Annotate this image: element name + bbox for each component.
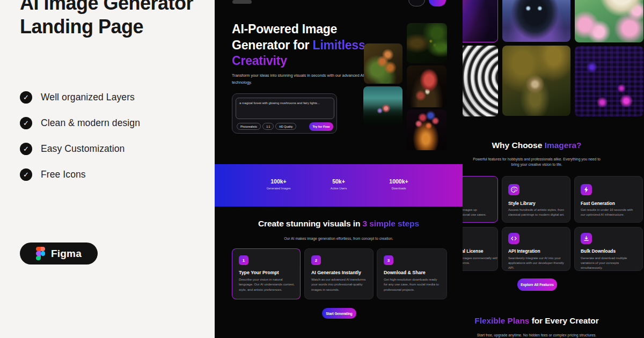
pricing-heading-suffix: for Every Creator <box>529 316 598 325</box>
hero-heading-highlight: Limitless <box>313 38 365 52</box>
steps-heading-highlight: 3 simple steps <box>363 219 419 228</box>
pricing-subheading: Start free, upgrade anytime. No hidden f… <box>463 333 611 337</box>
feature-label: Free Icons <box>41 169 86 180</box>
why-heading-highlight: Imagera? <box>545 141 582 150</box>
steps-subheading: Our AI makes image generation effortless… <box>215 237 463 240</box>
feature-card-title: Commercial License <box>463 248 483 254</box>
gallery-image-cyberpunk <box>463 0 498 42</box>
step-card: 2 AI Generates Instantly Watch as our ad… <box>304 248 374 299</box>
feature-label: Easy Customization <box>41 143 125 155</box>
stat-label: Generated Images <box>252 187 305 190</box>
steps-heading: Create stunning visuals in 3 simple step… <box>215 219 463 229</box>
step-description: Get high-resolution downloads ready for … <box>384 277 441 292</box>
gallery-image-twilight-meadow <box>363 86 402 126</box>
explore-all-features-button[interactable]: Explore All Features <box>517 278 557 291</box>
code-icon <box>508 233 519 244</box>
gallery-image-mushroom-log <box>364 43 402 84</box>
feature-card-fast-generation: Fast Generation Get results in under 10 … <box>574 176 643 223</box>
steps-heading-prefix: Create stunning visuals in <box>258 219 363 228</box>
feature-item: ✓ Easy Customization <box>20 142 125 155</box>
stat-label: Active Users <box>312 187 365 190</box>
check-icon: ✓ <box>20 143 32 155</box>
landing-hero-screen: AI-Powered Image Generator for Limitless… <box>215 0 463 338</box>
feature-card-description: High-resolution images up to 4K for prof… <box>463 208 498 217</box>
tag-aspect-ratio[interactable]: 1:1 <box>262 123 274 130</box>
hero-heading-highlight: Creativity <box>232 54 287 68</box>
feature-card-title: Fast Generation <box>581 201 615 206</box>
feature-card-description: Get results in under 10 seconds with our… <box>581 208 638 217</box>
step-title: AI Generates Instantly <box>311 270 361 275</box>
feature-card-title: API Integration <box>508 248 540 254</box>
tag-hd-quality[interactable]: HD Quality <box>275 123 296 130</box>
site-logo[interactable] <box>232 0 252 4</box>
step-number-badge: 3 <box>384 255 393 265</box>
start-generating-button[interactable]: Start Generating <box>322 308 356 319</box>
feature-card-description: Seamlessly integrate our AI into your ap… <box>508 256 566 271</box>
feature-item: ✓ Free Icons <box>20 168 86 181</box>
feature-label: Well organized Layers <box>41 92 135 103</box>
gallery-image-neon-city <box>575 46 643 116</box>
step-description: Watch as our advanced AI transforms your… <box>311 277 368 292</box>
template-preview-canvas: AI Image Generator Landing Page ✓ Well o… <box>0 0 644 338</box>
landing-features-screen: Why Choose Imagera? Powerful features fo… <box>463 0 644 338</box>
feature-item: ✓ Well organized Layers <box>20 91 135 104</box>
step-number-badge: 2 <box>311 255 321 265</box>
gallery-image-red-mushroom <box>407 65 447 107</box>
feature-card-high-resolution: High-resolution images up to 4K for prof… <box>463 176 498 223</box>
step-description: Describe your vision in natural language… <box>239 277 295 292</box>
step-number-badge: 1 <box>239 255 248 265</box>
feature-card-style-library: Style Library Access hundreds of artisti… <box>502 176 570 223</box>
step-card: 3 Download & Share Get high-resolution d… <box>377 248 447 299</box>
gallery-image-anime-cat <box>575 0 643 42</box>
tag-photorealistic[interactable]: Photorealistic <box>237 123 261 130</box>
stat-value: 50k+ <box>312 178 365 185</box>
try-for-free-button[interactable]: Try for Free <box>309 122 333 131</box>
gallery-image-bw-pattern <box>463 46 498 116</box>
feature-card-title: Style Library <box>508 201 536 206</box>
stats-bar: 100k+ Generated Images 50k+ Active Users… <box>215 164 463 207</box>
feature-card-description: Generate and download multiple variation… <box>581 256 638 271</box>
hero-description: Transform your ideas into stunning visua… <box>232 72 366 86</box>
nav-secondary-button[interactable] <box>408 0 425 6</box>
figma-label: Figma <box>51 248 82 260</box>
prompt-tag-row: Photorealistic 1:1 HD Quality <box>237 123 296 130</box>
why-choose-subheading: Powerful features for hobbyists and prof… <box>472 157 601 167</box>
gallery-image-dark-foliage <box>407 23 447 63</box>
step-card: 1 Type Your Prompt Describe your vision … <box>232 248 301 299</box>
step-title: Download & Share <box>384 270 426 275</box>
why-heading-prefix: Why Choose <box>492 141 544 150</box>
palette-icon <box>508 184 519 195</box>
figma-logo-icon <box>36 247 45 260</box>
feature-card-api-integration: API Integration Seamlessly integrate our… <box>502 227 570 271</box>
feature-card-commercial-license: Commercial License Use generated images … <box>463 227 498 271</box>
feature-card-title: Bulk Downloads <box>581 248 616 254</box>
pricing-heading: Flexible Plans for Every Creator <box>463 316 611 326</box>
check-icon: ✓ <box>20 117 32 129</box>
stat-active-users: 50k+ Active Users <box>312 178 365 190</box>
stat-downloads: 1000k+ Downloads <box>372 178 426 190</box>
info-panel: AI Image Generator Landing Page ✓ Well o… <box>0 0 215 338</box>
lightning-icon <box>581 184 592 195</box>
template-title: AI Image Generator Landing Page <box>20 0 197 39</box>
check-icon: ✓ <box>20 91 32 104</box>
prompt-input[interactable]: a magical forest with glowing mushrooms … <box>236 98 334 119</box>
stat-value: 100k+ <box>252 178 305 185</box>
download-icon <box>581 233 592 244</box>
why-choose-heading: Why Choose Imagera? <box>463 141 611 150</box>
stat-label: Downloads <box>372 187 426 190</box>
feature-card-bulk-downloads: Bulk Downloads Generate and download mul… <box>574 227 643 271</box>
step-title: Type Your Prompt <box>239 270 279 275</box>
gallery-image-glowing-berries <box>407 109 447 150</box>
check-icon: ✓ <box>20 168 32 181</box>
hero-heading: AI-Powered Image Generator for Limitless… <box>232 21 367 69</box>
gallery-image-car-in-water <box>502 0 570 42</box>
pricing-heading-highlight: Flexible Plans <box>474 316 529 325</box>
figma-badge-button[interactable]: Figma <box>20 243 98 264</box>
stat-generated-images: 100k+ Generated Images <box>252 178 305 190</box>
feature-card-description: Access hundreds of artistic styles, from… <box>508 208 566 217</box>
feature-label: Clean & modern design <box>41 117 140 129</box>
gallery-image-castle-aerial <box>502 46 570 116</box>
feature-item: ✓ Clean & modern design <box>20 116 140 129</box>
prompt-panel: a magical forest with glowing mushrooms … <box>232 93 337 134</box>
nav-primary-button[interactable] <box>429 0 446 6</box>
